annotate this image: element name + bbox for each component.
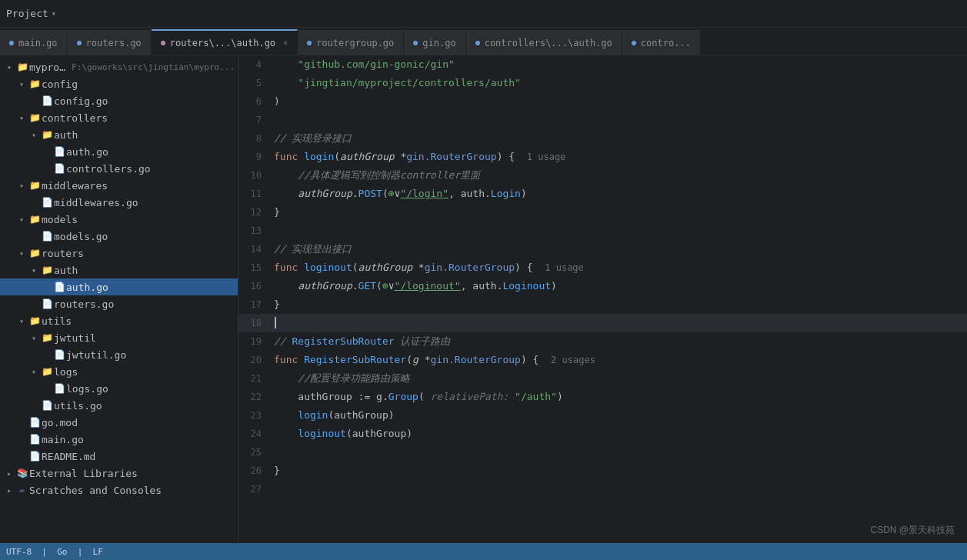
line-content[interactable]: // 实现登出接口 [271,240,967,258]
token-pkg: auth [461,188,485,199]
line-content[interactable] [271,314,967,332]
sidebar-item-middlewares.go[interactable]: 📄 middlewares.go [0,194,238,211]
expand-arrow: ▾ [3,63,15,72]
line-content[interactable]: } [271,462,967,480]
expand-arrow[interactable]: ▾ [15,249,28,258]
sidebar-item-jwtutil.go[interactable]: 📄 jwtutil.go [0,346,238,363]
line-content[interactable]: authGroup.POST(⊕∨"/login", auth.Login) [271,185,967,203]
expand-arrow[interactable]: ▾ [28,368,40,376]
sidebar-item-logs.go[interactable]: 📄 logs.go [0,380,238,397]
token-punc [274,280,298,292]
code-line-9: 9func login(authGroup *gin.RouterGroup) … [238,148,967,166]
sidebar-item-main.go2[interactable]: 📄 main.go [0,431,238,448]
token-var: authGroup [334,409,388,421]
line-content[interactable]: func login(authGroup *gin.RouterGroup) {… [271,148,967,166]
sidebar-item-config.go[interactable]: 📄 config.go [0,92,238,109]
tab-close-btn[interactable]: × [283,38,288,47]
token-method: Login [491,188,521,199]
line-number: 6 [238,96,271,107]
line-content[interactable]: authGroup.GET(⊕∨"/loginout", auth.Logino… [271,277,967,295]
sidebar-item-logs-dir[interactable]: ▾ 📁 logs [0,363,238,380]
sidebar-item-jwtutil-dir[interactable]: ▾ 📁 jwtutil [0,329,238,346]
sidebar-item-go.mod[interactable]: 📄 go.mod [0,414,238,431]
line-content[interactable]: "github.com/gin-gonic/gin" [271,55,967,74]
line-number: 26 [238,465,271,476]
sidebar-item-auth-dir1[interactable]: ▾ 📁 auth [0,126,238,143]
folder-icon: 📁 [15,62,29,72]
token-pkg: auth [472,280,496,292]
project-chevron[interactable]: ▾ [52,9,56,18]
token-fn: loginout [304,262,352,273]
line-content[interactable]: //具体逻辑写到控制器controller里面 [271,166,967,185]
sidebar-item-auth.go2[interactable]: 📄 auth.go [0,278,238,295]
sidebar-item-utils.go[interactable]: 📄 utils.go [0,397,238,414]
line-content[interactable]: "jingtian/myproject/controllers/auth" [271,74,967,92]
go-icon: 📄 [52,146,66,157]
line-content[interactable]: ) [271,92,967,111]
tree-item-label: Scratches and Consoles [29,485,235,496]
line-content[interactable]: //配置登录功能路由策略 [271,369,967,388]
tab-routergroup.go[interactable]: routergroup.go [298,30,404,55]
tab-contro[interactable]: contro... [622,30,701,55]
sidebar-item-scratches[interactable]: ▸ ✏️ Scratches and Consoles [0,482,238,498]
line-content[interactable]: } [271,295,967,314]
line-content[interactable]: login(authGroup) [271,406,967,425]
code-line-20: 20func RegisterSubRouter(g *gin.RouterGr… [238,351,967,369]
sidebar-item-config-dir[interactable]: ▾ 📁 config [0,75,238,92]
expand-arrow[interactable]: ▾ [15,182,28,190]
code-line-16: 16 authGroup.GET(⊕∨"/loginout", auth.Log… [238,277,967,295]
sidebar-item-controllers.go[interactable]: 📄 controllers.go [0,160,238,177]
editor[interactable]: 4 "github.com/gin-gonic/gin"5 "jingtian/… [238,55,967,543]
go-icon: 📄 [40,231,54,242]
token-punc: } [274,298,280,310]
sidebar-item-external-libraries[interactable]: ▸ 📚 External Libraries [0,465,238,482]
sidebar-item-readme.md[interactable]: 📄 README.md [0,448,238,465]
dir-icon: 📁 [40,332,54,343]
expand-arrow[interactable]: ▸ [3,469,15,478]
sidebar-item-auth-dir2[interactable]: ▾ 📁 auth [0,262,238,278]
token-param: authGroup [298,280,352,292]
line-content[interactable]: } [271,203,967,222]
sidebar-item-utils-dir[interactable]: ▾ 📁 utils [0,312,238,329]
tab-routers.go[interactable]: routers.go [68,30,152,55]
tab-label: contro... [641,38,691,48]
expand-arrow[interactable]: ▾ [28,266,40,275]
sidebar-item-root[interactable]: ▾ 📁 myproject F:\goworks\src\jingtian\my… [0,58,238,75]
sidebar-item-auth.go1[interactable]: 📄 auth.go [0,143,238,160]
tab-controllers.auth.go[interactable]: controllers\...\auth.go [466,30,622,55]
line-content[interactable]: authGroup := g.Group( relativePath: "/au… [271,388,967,406]
code-line-26: 26} [238,462,967,480]
sidebar-item-controllers-dir[interactable]: ▾ 📁 controllers [0,109,238,126]
expand-arrow[interactable]: ▾ [15,215,28,224]
line-number: 11 [238,188,271,199]
line-content[interactable]: // RegisterSubRouter 认证子路由 [271,332,967,351]
tab-dot [475,41,480,45]
tab-dot [413,41,418,45]
sidebar-item-middlewares-dir[interactable]: ▾ 📁 middlewares [0,177,238,194]
expand-arrow[interactable]: ▾ [15,317,28,325]
token-path-str: "/login" [400,188,448,199]
sidebar-item-models-dir[interactable]: ▾ 📁 models [0,211,238,228]
project-label[interactable]: Project ▾ [6,8,56,19]
expand-arrow[interactable]: ▾ [15,114,28,122]
sidebar-item-routers-dir[interactable]: ▾ 📁 routers [0,245,238,262]
sidebar-item-routers.go2[interactable]: 📄 routers.go [0,295,238,312]
expand-arrow[interactable]: ▾ [28,131,40,139]
expand-arrow[interactable]: ▸ [3,486,15,495]
line-content[interactable]: func RegisterSubRouter(g *gin.RouterGrou… [271,351,967,369]
project-text: Project [6,8,48,19]
expand-arrow[interactable]: ▾ [15,80,28,88]
bottom-bar: UTF-8 | Go | LF [0,543,967,560]
tab-dot [161,41,165,45]
tab-routers.auth.go[interactable]: routers\...\auth.go× [152,29,298,55]
line-content[interactable]: func loginout(authGroup *gin.RouterGroup… [271,258,967,277]
tab-main.go[interactable]: main.go [0,30,68,55]
tab-gin.go[interactable]: gin.go [404,30,465,55]
sidebar-item-models.go[interactable]: 📄 models.go [0,228,238,245]
expand-arrow[interactable]: ▾ [28,334,40,342]
line-content[interactable]: // 实现登录接口 [271,129,967,148]
line-content[interactable]: loginout(authGroup) [271,425,967,443]
token-punc: } [274,206,280,218]
line-number: 18 [238,318,271,328]
line-number: 15 [238,262,271,273]
